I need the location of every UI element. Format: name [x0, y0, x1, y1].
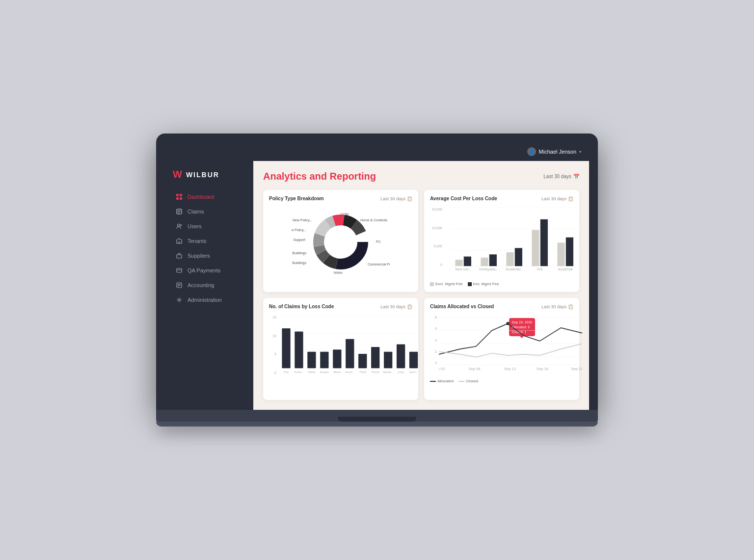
laptop-base [156, 410, 598, 422]
sidebar-item-dashboard[interactable]: Dashboard [168, 190, 250, 204]
svg-text:Buildings: Buildings [293, 261, 307, 265]
svg-rect-69 [384, 352, 392, 369]
avg-cost-legend: Excl. Mgmt Fee Incl. Mgmt Fee [430, 282, 573, 286]
svg-text:Kent...: Kent... [409, 371, 418, 373]
svg-text:Flood: Flood [372, 371, 379, 373]
page-title: Analytics and Reporting [263, 171, 376, 182]
svg-rect-61 [282, 328, 290, 368]
accounting-icon [176, 282, 183, 289]
svg-text:Accidental: Accidental [558, 267, 573, 271]
svg-text:Theft: Theft [359, 371, 366, 373]
svg-point-88 [506, 322, 509, 325]
sidebar-label-users: Users [188, 223, 202, 229]
laptop-wrapper: 👤 Michael Jenson ▾ W WILBUR [156, 133, 598, 427]
svg-text:Sep 03: Sep 03 [439, 367, 445, 371]
sidebar-item-administration[interactable]: Administration [168, 293, 250, 307]
legend-incl-dot [468, 282, 472, 286]
svg-rect-1 [180, 194, 182, 196]
svg-rect-11 [177, 268, 182, 272]
sidebar-label-tenants: Tenants [188, 238, 207, 244]
legend-excl-dot [430, 282, 434, 286]
calendar-icon-policy: 📋 [407, 196, 412, 201]
svg-text:Accidental...: Accidental... [506, 267, 523, 271]
laptop-bezel: 👤 Michael Jenson ▾ W WILBUR [156, 133, 598, 410]
laptop-foot [156, 422, 598, 427]
date-range-text: Last 30 days [543, 174, 571, 179]
svg-text:Buildings: Buildings [293, 251, 307, 255]
svg-rect-65 [333, 349, 341, 368]
svg-text:Support: Support [293, 238, 305, 242]
svg-rect-51 [566, 238, 573, 267]
chevron-down-icon: ▾ [579, 150, 581, 154]
svg-point-17 [178, 299, 180, 301]
svg-rect-48 [532, 230, 539, 267]
users-icon [176, 223, 183, 230]
user-avatar-icon: 👤 [527, 147, 536, 156]
svg-rect-62 [295, 332, 303, 369]
sidebar-item-qa-payments[interactable]: QA Payments [168, 264, 250, 277]
svg-rect-46 [506, 252, 513, 266]
allocated-swatch [430, 381, 436, 382]
sidebar-item-suppliers[interactable]: Suppliers [168, 249, 250, 263]
chart-policy-header: Policy Type Breakdown Last 30 days 📋 [269, 196, 412, 201]
sidebar-item-claims[interactable]: Claims [168, 205, 250, 218]
svg-text:Sep 08: Sep 08 [468, 367, 480, 371]
chart-allocated-header: Claims Allocated vs Closed Last 30 days … [430, 304, 573, 309]
chart-avg-cost-header: Average Cost Per Loss Code Last 30 days … [430, 196, 573, 201]
svg-text:Earthquake...: Earthquake... [479, 267, 498, 271]
svg-rect-43 [464, 257, 471, 267]
svg-text:Glass: Glass [308, 371, 315, 373]
chart-claims-loss-header: No. of Claims by Loss Code Last 30 days … [269, 304, 412, 309]
svg-text:Motor: Motor [334, 271, 343, 274]
svg-rect-50 [557, 243, 565, 267]
logo-text: WILBUR [186, 171, 219, 179]
svg-text:Cost: Cost [398, 371, 404, 373]
app-layout: W WILBUR Dashboard [165, 161, 589, 410]
svg-text:Motor: Motor [333, 371, 341, 373]
admin-icon [176, 296, 183, 303]
svg-point-8 [178, 224, 180, 227]
svg-rect-67 [358, 354, 367, 368]
chart-avg-cost-date[interactable]: Last 30 days 📋 [541, 196, 573, 201]
svg-text:Accid...: Accid... [345, 371, 355, 373]
date-range-selector[interactable]: Last 30 days 📅 [543, 174, 579, 179]
y-label-5000: 5,000 [430, 244, 442, 248]
chart-claims-loss-date[interactable]: Last 30 days 📋 [380, 304, 412, 309]
donut-chart-svg: Home & Contents COM OK New Policy... OK … [292, 208, 390, 276]
donut-chart-container: Home & Contents COM OK New Policy... OK … [269, 205, 412, 279]
chart-avg-cost-title: Average Cost Per Loss Code [430, 196, 497, 201]
svg-rect-70 [397, 345, 405, 369]
svg-rect-64 [320, 352, 328, 369]
sidebar-item-tenants[interactable]: Tenants [168, 234, 250, 248]
y-label-10000: 10,000 [430, 226, 442, 230]
sidebar-label-dashboard: Dashboard [188, 194, 214, 200]
svg-rect-44 [481, 258, 488, 266]
svg-text:PC: PC [376, 240, 381, 243]
page-header: Analytics and Reporting Last 30 days 📅 [263, 171, 579, 182]
svg-text:Vanda...: Vanda... [383, 371, 394, 373]
svg-text:Fire: Fire [284, 371, 289, 373]
chart-policy-date[interactable]: Last 30 days 📋 [380, 196, 412, 201]
chart-claims-loss-title: No. of Claims by Loss Code [269, 304, 334, 309]
suppliers-icon [176, 252, 183, 259]
closed-swatch [458, 381, 464, 382]
sidebar-item-accounting[interactable]: Accounting [168, 278, 250, 292]
calendar-icon-claims: 📋 [407, 304, 412, 309]
svg-text:Accid...: Accid... [294, 371, 304, 373]
tenants-icon [176, 238, 183, 244]
svg-point-9 [180, 225, 182, 226]
user-menu[interactable]: 👤 Michael Jenson ▾ [527, 147, 581, 156]
svg-text:COM: COM [341, 213, 349, 216]
line-chart-legend: Allocated Closed [430, 379, 573, 383]
sidebar-nav: Dashboard Claims [165, 190, 253, 307]
chart-allocated-date[interactable]: Last 30 days 📋 [541, 304, 573, 309]
logo-icon: W [173, 169, 182, 180]
svg-rect-49 [540, 219, 548, 266]
y-label-15000: 15,000 [430, 208, 442, 211]
svg-text:Next Unit...: Next Unit... [456, 267, 471, 271]
line-chart-wrapper: Sep 16, 2020 Allocated: 6 Closed: 1 0 2 … [430, 313, 573, 377]
legend-closed: Closed [458, 379, 478, 383]
claims-loss-svg: Fire Accid... Glass Impact Motor Accid..… [280, 316, 423, 379]
svg-rect-42 [455, 260, 462, 266]
sidebar-item-users[interactable]: Users [168, 219, 250, 233]
